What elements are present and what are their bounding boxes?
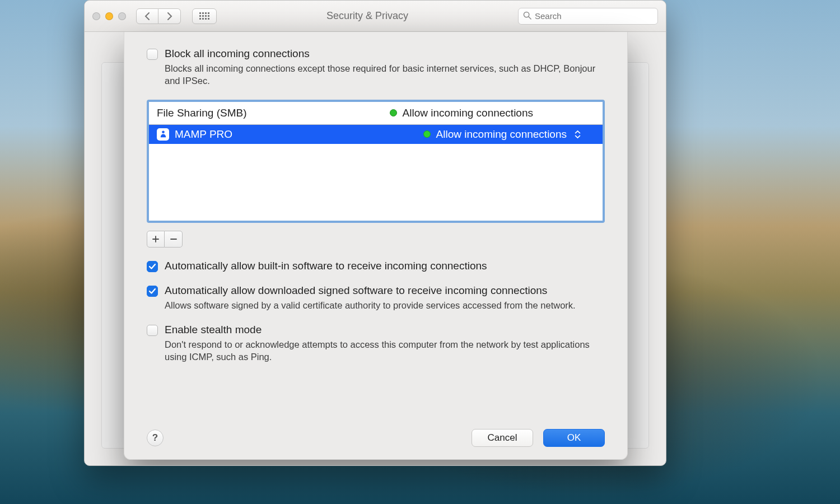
dropdown-stepper-icon: [575, 130, 582, 139]
nav-buttons: [136, 8, 181, 24]
forward-button[interactable]: [158, 8, 181, 24]
search-input[interactable]: [535, 11, 653, 21]
auto-builtin-checkbox[interactable]: [147, 261, 158, 272]
allow-status-icon: [390, 109, 397, 116]
app-icon: [157, 128, 169, 141]
list-header-row[interactable]: File Sharing (SMB) Allow incoming connec…: [149, 102, 603, 125]
firewall-options-sheet: Block all incoming connections Blocks al…: [124, 32, 628, 460]
firewall-apps-list[interactable]: File Sharing (SMB) Allow incoming connec…: [147, 100, 605, 223]
auto-signed-description: Allows software signed by a valid certif…: [165, 299, 576, 311]
block-all-checkbox[interactable]: [147, 49, 158, 60]
fullscreen-window-icon[interactable]: [118, 12, 126, 20]
ok-button[interactable]: OK: [543, 429, 605, 447]
auto-builtin-label: Automatically allow built-in software to…: [165, 260, 487, 272]
window-titlebar: Security & Privacy: [85, 1, 666, 32]
auto-signed-option: Automatically allow downloaded signed so…: [147, 284, 605, 311]
svg-point-2: [162, 130, 165, 133]
window-title: Security & Privacy: [222, 10, 512, 22]
auto-builtin-option: Automatically allow built-in software to…: [147, 260, 605, 272]
remove-app-button[interactable]: [165, 231, 183, 248]
add-app-button[interactable]: [147, 231, 165, 248]
cancel-button[interactable]: Cancel: [472, 429, 533, 447]
show-all-prefs-button[interactable]: [192, 8, 217, 24]
minimize-window-icon[interactable]: [105, 12, 113, 20]
svg-line-1: [529, 16, 531, 18]
stealth-label: Enable stealth mode: [165, 324, 601, 336]
list-header-name: File Sharing (SMB): [157, 107, 247, 119]
add-remove-buttons: [147, 231, 605, 248]
preferences-window: Security & Privacy Block all incoming co…: [84, 0, 666, 466]
auto-signed-checkbox[interactable]: [147, 286, 158, 297]
block-all-description: Blocks all incoming connections except t…: [165, 62, 601, 87]
stealth-option: Enable stealth mode Don't respond to or …: [147, 324, 605, 363]
stealth-checkbox[interactable]: [147, 325, 158, 336]
list-header-status: Allow incoming connections: [403, 107, 533, 119]
stealth-description: Don't respond to or acknowledge attempts…: [165, 338, 601, 363]
allow-status-icon: [423, 130, 431, 138]
sheet-footer: ? Cancel OK: [147, 429, 605, 447]
app-name: MAMP PRO: [175, 128, 232, 141]
search-icon: [523, 11, 531, 21]
row-status-dropdown[interactable]: Allow incoming connections: [423, 128, 582, 141]
grid-icon: [199, 12, 209, 20]
back-button[interactable]: [136, 8, 158, 24]
auto-signed-label: Automatically allow downloaded signed so…: [165, 284, 576, 297]
traffic-lights: [92, 12, 126, 20]
search-field[interactable]: [518, 8, 658, 25]
close-window-icon[interactable]: [92, 12, 100, 20]
block-all-label: Block all incoming connections: [165, 48, 601, 60]
block-all-option: Block all incoming connections Blocks al…: [147, 48, 605, 87]
list-row-selected[interactable]: MAMP PRO Allow incoming connections: [149, 125, 603, 144]
row-status-label: Allow incoming connections: [436, 128, 567, 141]
help-button[interactable]: ?: [147, 430, 164, 446]
